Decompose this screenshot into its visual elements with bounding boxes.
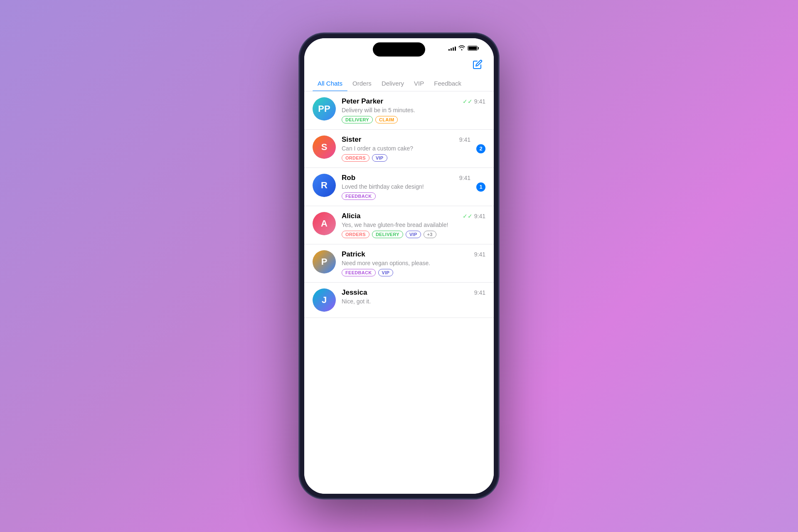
chat-header: Rob 9:41 — [342, 174, 470, 182]
chat-time: 9:41 — [474, 213, 485, 219]
chat-time: 9:41 — [459, 175, 470, 181]
chat-time-wrapper: ✓✓ 9:41 — [463, 213, 485, 219]
chat-message: Nice, got it. — [342, 298, 485, 305]
tab-all-chats[interactable]: All Chats — [313, 76, 347, 91]
list-item[interactable]: P Patrick 9:41 Need more vegan options, … — [304, 244, 494, 283]
avatar-image: P — [313, 250, 336, 273]
avatar: R — [313, 174, 336, 197]
chat-name: Patrick — [342, 250, 365, 259]
chat-name: Jessica — [342, 288, 367, 297]
chat-tag: VIP — [406, 231, 421, 238]
chat-time-wrapper: ✓✓ 9:41 — [463, 98, 485, 105]
avatar: S — [313, 135, 336, 159]
list-item[interactable]: R Rob 9:41 Loved the birthday cake desig… — [304, 168, 494, 206]
chat-tags: ORDERSVIP — [342, 154, 470, 162]
chat-tag: +3 — [424, 231, 436, 238]
avatar-image: PP — [313, 97, 336, 121]
avatar-image: S — [313, 135, 336, 159]
battery-icon — [468, 46, 479, 51]
chat-tag: DELIVERY — [342, 116, 373, 123]
chat-time-wrapper: 9:41 — [474, 251, 485, 258]
chat-time-wrapper: 9:41 — [459, 175, 470, 181]
tab-feedback[interactable]: Feedback — [429, 76, 466, 91]
chat-name: Sister — [342, 135, 361, 144]
chat-name: Alicia — [342, 212, 360, 220]
chat-time: 9:41 — [474, 98, 485, 105]
chat-content: Peter Parker ✓✓ 9:41 Delivery will be in… — [342, 97, 485, 123]
status-bar — [304, 38, 494, 55]
unread-badge: 1 — [476, 182, 485, 192]
list-item[interactable]: A Alicia ✓✓ 9:41 Yes, we have gluten-fre… — [304, 206, 494, 244]
chat-header: Sister 9:41 — [342, 135, 470, 144]
chat-message: Loved the birthday cake design! — [342, 183, 470, 190]
chat-tag: ORDERS — [342, 154, 369, 162]
chat-content: Sister 9:41 Can I order a custom cake? O… — [342, 135, 470, 162]
chat-tags: DELIVERYCLAIM — [342, 116, 485, 123]
chat-content: Jessica 9:41 Nice, got it. — [342, 288, 485, 307]
nav-bar — [304, 55, 494, 76]
chat-time: 9:41 — [474, 289, 485, 296]
chat-time: 9:41 — [459, 136, 470, 143]
chat-tag: FEEDBACK — [342, 192, 376, 200]
read-check-icon: ✓✓ — [463, 213, 473, 219]
compose-button[interactable] — [471, 58, 484, 71]
chat-tags: FEEDBACKVIP — [342, 269, 485, 276]
chat-tag: ORDERS — [342, 231, 369, 238]
list-item[interactable]: S Sister 9:41 Can I order a custom cake?… — [304, 130, 494, 168]
wifi-icon — [458, 45, 465, 52]
tab-orders[interactable]: Orders — [347, 76, 377, 91]
tab-vip[interactable]: VIP — [409, 76, 429, 91]
signal-bar-3 — [453, 47, 454, 51]
chat-tag: VIP — [372, 154, 387, 162]
avatar: PP — [313, 97, 336, 121]
avatar-image: J — [313, 288, 336, 312]
avatar: A — [313, 212, 336, 235]
chat-time-wrapper: 9:41 — [459, 136, 470, 143]
chat-time: 9:41 — [474, 251, 485, 258]
chat-message: Need more vegan options, please. — [342, 260, 485, 266]
chat-header: Alicia ✓✓ 9:41 — [342, 212, 485, 220]
chat-tag: DELIVERY — [372, 231, 403, 238]
chat-content: Patrick 9:41 Need more vegan options, pl… — [342, 250, 485, 276]
chat-tags: FEEDBACK — [342, 192, 470, 200]
chat-header: Jessica 9:41 — [342, 288, 485, 297]
compose-icon — [473, 59, 483, 69]
chat-name: Peter Parker — [342, 97, 383, 106]
chat-tag: VIP — [378, 269, 394, 276]
dynamic-island — [373, 42, 425, 57]
signal-bar-4 — [455, 47, 456, 51]
chat-message: Yes, we have gluten-free bread available… — [342, 222, 485, 228]
chat-content: Rob 9:41 Loved the birthday cake design!… — [342, 174, 470, 200]
phone-wrapper: All Chats Orders Delivery VIP Feedback P… — [299, 33, 499, 499]
phone-screen: All Chats Orders Delivery VIP Feedback P… — [304, 38, 494, 494]
read-check-icon: ✓✓ — [463, 98, 473, 105]
chat-tag: FEEDBACK — [342, 269, 376, 276]
tab-delivery[interactable]: Delivery — [377, 76, 409, 91]
chat-list: PP Peter Parker ✓✓ 9:41 Delivery will be… — [304, 91, 494, 494]
status-icons — [448, 45, 479, 52]
list-item[interactable]: PP Peter Parker ✓✓ 9:41 Delivery will be… — [304, 91, 494, 130]
signal-bars-icon — [448, 46, 456, 51]
avatar: P — [313, 250, 336, 273]
chat-content: Alicia ✓✓ 9:41 Yes, we have gluten-free … — [342, 212, 485, 238]
filter-tabs: All Chats Orders Delivery VIP Feedback — [304, 76, 494, 91]
chat-tags: ORDERSDELIVERYVIP+3 — [342, 231, 485, 238]
avatar: J — [313, 288, 336, 312]
chat-time-wrapper: 9:41 — [474, 289, 485, 296]
signal-bar-1 — [448, 49, 450, 51]
avatar-image: R — [313, 174, 336, 197]
chat-tag: CLAIM — [375, 116, 398, 123]
signal-bar-2 — [451, 48, 452, 51]
unread-badge: 2 — [476, 144, 485, 153]
list-item[interactable]: J Jessica 9:41 Nice, got it. — [304, 283, 494, 318]
chat-name: Rob — [342, 174, 355, 182]
chat-message: Delivery will be in 5 minutes. — [342, 107, 485, 113]
chat-header: Patrick 9:41 — [342, 250, 485, 259]
chat-header: Peter Parker ✓✓ 9:41 — [342, 97, 485, 106]
chat-message: Can I order a custom cake? — [342, 145, 470, 152]
avatar-image: A — [313, 212, 336, 235]
